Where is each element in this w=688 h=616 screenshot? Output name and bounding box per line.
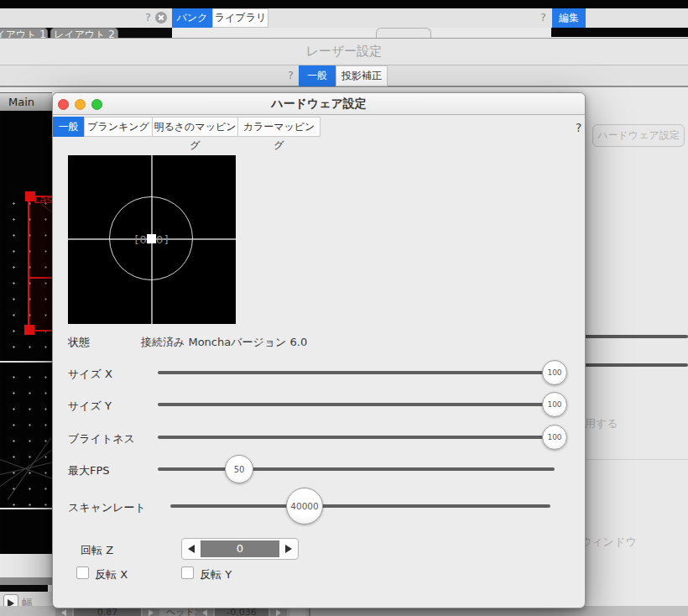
laser-preview[interactable]: [0, 0]: [68, 155, 236, 324]
help-icon-right[interactable]: ?: [540, 11, 546, 23]
rotation-z-label: 回転 Z: [81, 543, 113, 558]
app-screen: ? バンク ライブラリ ? 編集 レイアウト 1 レイアウト 2 レーザー設定 …: [0, 0, 688, 616]
slider-knob-brightness[interactable]: 100: [542, 425, 567, 450]
slider-knob-max-fps[interactable]: 50: [225, 455, 253, 483]
rotation-decrement-button[interactable]: [182, 539, 201, 559]
canvas-viewport-3[interactable]: [0, 509, 52, 554]
dialog-help-icon[interactable]: ?: [576, 121, 581, 134]
selection-fill: [28, 196, 52, 330]
dialog-tabbar: 一般 ブランキング 明るさのマッピング カラーマッピング: [53, 117, 585, 137]
selection-edge-mid: [28, 277, 52, 279]
tab-library[interactable]: ライブラリ: [212, 8, 268, 28]
invert-x-checkbox[interactable]: [76, 566, 89, 579]
dialog-tab-brightness-mapping[interactable]: 明るさのマッピング: [152, 117, 238, 137]
window-label: ウィンドウ: [581, 535, 637, 550]
laser-tab-general[interactable]: 一般: [299, 65, 336, 86]
laser-help-icon[interactable]: ?: [288, 69, 294, 81]
canvas-object-label: Laser: [34, 193, 52, 206]
slider-label-brightness: ブライトネス: [68, 431, 135, 446]
divider: [586, 459, 688, 460]
tab-bank[interactable]: バンク: [172, 8, 212, 28]
canvas-viewport-1[interactable]: Laser: [0, 111, 52, 361]
laser-tab-projection[interactable]: 投影補正: [336, 65, 388, 86]
canvas-viewport-2[interactable]: [0, 363, 52, 508]
slider-label-size-x: サイズ X: [68, 367, 112, 382]
slider-knob-size-y[interactable]: 100: [542, 392, 567, 417]
slider-knob-size-x[interactable]: 100: [542, 360, 567, 385]
dialog-tab-color-mapping[interactable]: カラーマッピング: [237, 117, 321, 137]
slider-track-brightness[interactable]: [158, 436, 555, 439]
main-tab-label: Main: [0, 93, 52, 111]
dialog-tab-general[interactable]: 一般: [53, 117, 84, 137]
rotation-z-value[interactable]: 0: [201, 540, 279, 557]
minimize-window-button[interactable]: [75, 99, 86, 110]
slider-track-size-x[interactable]: [158, 371, 555, 374]
dialog-tab-blanking[interactable]: ブランキング: [84, 117, 153, 137]
rotation-increment-button[interactable]: [279, 539, 298, 559]
dialog-titlebar[interactable]: ハードウェア設定: [53, 93, 585, 115]
slider-label-max-fps: 最大FPS: [68, 463, 110, 478]
top-tab-row: ? バンク ライブラリ ? 編集: [0, 8, 688, 28]
invert-y-checkbox[interactable]: [181, 566, 194, 579]
laser-settings-title: レーザー設定: [0, 39, 688, 65]
hardware-settings-dialog: ハードウェア設定 一般 ブランキング 明るさのマッピング カラーマッピング ? …: [52, 92, 586, 608]
preview-center-marker: [147, 234, 156, 243]
laser-settings-titlebar: レーザー設定: [0, 38, 688, 65]
bg-slider-track-2[interactable]: [579, 363, 688, 367]
invert-x-label: 反転 X: [95, 567, 128, 582]
slider-track-max-fps[interactable]: [158, 467, 555, 471]
slider-label-scan-rate: スキャンレート: [68, 500, 146, 515]
status-label: 状態: [68, 335, 90, 350]
layout-tab-strip: レイアウト 1 レイアウト 2: [0, 28, 172, 38]
grid-ray: [8, 437, 51, 499]
rotation-z-stepper: 0: [181, 538, 299, 560]
bg-slider-track-1[interactable]: [579, 335, 688, 338]
close-icon[interactable]: [155, 12, 167, 23]
slider-label-size-y: サイズ Y: [68, 399, 112, 414]
selection-edge-left: [28, 196, 29, 331]
selection-handle-bottom[interactable]: [24, 325, 34, 335]
status-value: 接続済み Monchaバージョン 6.0: [141, 335, 307, 350]
invert-y-label: 反転 Y: [200, 567, 232, 582]
top-black-bar: [0, 0, 688, 8]
slider-track-size-y[interactable]: [158, 403, 555, 406]
hardware-settings-button[interactable]: ハードウェア設定: [592, 124, 685, 147]
slider-knob-scan-rate[interactable]: 40000: [286, 488, 323, 525]
help-icon[interactable]: ?: [145, 11, 151, 23]
tab-main[interactable]: Main: [0, 92, 52, 111]
laser-settings-tabbar: ? 一般 投影補正: [0, 65, 688, 87]
dialog-title: ハードウェア設定: [53, 93, 585, 114]
selection-edge-bottom: [35, 330, 52, 331]
top-right-black-bar: [551, 28, 688, 37]
tab-edit[interactable]: 編集: [552, 8, 586, 28]
zoom-window-button[interactable]: [91, 99, 102, 110]
slider-track-scan-rate[interactable]: [170, 504, 550, 508]
close-window-button[interactable]: [58, 99, 69, 110]
